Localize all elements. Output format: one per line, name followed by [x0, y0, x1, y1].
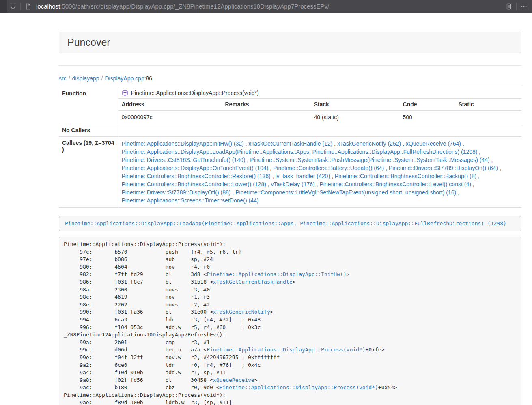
window-edge [0, 0, 7, 13]
symbol-link[interactable]: xTaskGetCurrentTaskHandle [213, 279, 293, 285]
callees-label: Callees (19, Σ=3704 ) [59, 137, 118, 208]
col-code: Code [400, 99, 455, 111]
callee-link[interactable]: Pinetime::Controllers::BrightnessControl… [319, 181, 471, 187]
page-title: Puncover [59, 32, 521, 53]
col-static: Static [455, 99, 522, 111]
callee-link[interactable]: lv_task_handler (420) [275, 173, 330, 179]
reader-mode-icon[interactable] [503, 2, 515, 11]
callees-list: Pinetime::Applications::DisplayApp::Init… [118, 137, 521, 208]
callee-separator: , [476, 173, 480, 179]
callee-separator: , [315, 181, 320, 187]
url-path: :5000/path/src/displayapp/DisplayApp.cpp… [60, 3, 329, 10]
code-value: 500 [400, 110, 455, 124]
callee-link[interactable]: Pinetime::Applications::DisplayApp::OnTo… [122, 165, 269, 171]
function-label: Function [59, 87, 118, 124]
function-title: Pinetime::Applications::DisplayApp::Proc… [118, 87, 522, 98]
breadcrumb-displayapp-link[interactable]: displayapp [72, 75, 99, 82]
callee-link[interactable]: Pinetime::Applications::Screens::Timer::… [122, 197, 259, 204]
symbol-link[interactable]: Pinetime::Applications::DisplayApp::Proc… [220, 384, 378, 390]
callee-separator: , [332, 140, 337, 147]
breadcrumb-separator: / [101, 75, 103, 82]
static-value [455, 110, 522, 124]
url-input[interactable]: localhost:5000/path/src/displayapp/Displ… [36, 3, 503, 10]
callee-separator: , [498, 165, 501, 171]
page-identity-icon[interactable] [22, 2, 34, 11]
callee-separator: , [461, 140, 464, 147]
callee-separator: , [477, 149, 480, 155]
callee-link[interactable]: xTaskGenericNotify (252) [337, 140, 401, 147]
toolbar-divider [516, 3, 517, 10]
address-value: 0x0000097c [118, 110, 222, 124]
breadcrumb-separator: / [69, 75, 70, 82]
callee-separator: , [456, 189, 459, 196]
app-title-text: Puncover [67, 37, 110, 48]
stack-value: 40 (static) [311, 110, 400, 124]
callee-link[interactable]: Pinetime::Applications::DisplayApp::Load… [122, 149, 478, 155]
stats-header-row: Address Remarks Stack Code Static [118, 99, 522, 111]
callee-separator: , [471, 181, 474, 187]
function-info-table: Function Pinetime::Applications::Display… [59, 87, 521, 208]
url-host: localhost [36, 3, 60, 10]
shield-icon[interactable] [7, 2, 19, 11]
divider [59, 65, 521, 66]
toolbar-divider [20, 3, 21, 10]
callee-link[interactable]: Pinetime::System::SystemTask::PushMessag… [250, 157, 490, 163]
breadcrumb-src-link[interactable]: src [59, 75, 67, 82]
disassembly-block: Pinetime::Applications::DisplayApp::Proc… [59, 237, 521, 405]
no-callers-value [118, 124, 521, 137]
symbol-link[interactable]: xTaskGenericNotify [213, 309, 270, 315]
no-callers-label: No Callers [59, 124, 118, 137]
col-remarks: Remarks [222, 99, 311, 111]
callee-separator: , [271, 173, 276, 179]
callee-link[interactable]: Pinetime::Controllers::BrightnessControl… [122, 173, 271, 179]
callee-link[interactable]: xTaskGetCurrentTaskHandle (12) [248, 140, 332, 147]
page-container: Puncover src/displayapp/DisplayApp.cpp:8… [59, 32, 521, 405]
symbol-link[interactable]: Pinetime::Applications::DisplayApp::Proc… [207, 347, 365, 353]
callee-link[interactable]: Pinetime::Drivers::Cst816S::GetTouchInfo… [122, 157, 246, 163]
browser-address-bar[interactable]: localhost:5000/path/src/displayapp/Displ… [0, 0, 532, 13]
menu-ellipsis-icon[interactable] [518, 2, 530, 11]
no-callers-row: No Callers [59, 124, 521, 137]
callee-separator: , [244, 140, 249, 147]
symbol-link[interactable]: xQueueReceive [213, 377, 254, 383]
callee-link[interactable]: Pinetime::Controllers::BrightnessControl… [335, 173, 476, 179]
callee-separator: , [246, 157, 250, 163]
callee-link[interactable]: Pinetime::Controllers::Battery::Update()… [273, 165, 384, 171]
stats-value-row: 0x0000097c 40 (static) 500 [118, 110, 522, 124]
callee-separator: , [268, 165, 273, 171]
callee-separator: , [330, 173, 335, 179]
callee-link[interactable]: xQueueReceive (764) [406, 140, 461, 147]
callee-separator: , [490, 157, 493, 163]
remarks-value [222, 110, 311, 124]
callee-separator: , [384, 165, 389, 171]
callees-row: Callees (19, Σ=3704 ) Pinetime::Applicat… [59, 137, 521, 208]
symbol-link[interactable]: Pinetime::Applications::DisplayApp::Init… [207, 271, 346, 277]
breadcrumb-line-number: :86 [144, 75, 152, 82]
callee-link[interactable]: vTaskDelay (176) [271, 181, 315, 187]
callee-link[interactable]: Pinetime::Drivers::St7789::DisplayOn() (… [389, 165, 498, 171]
cube-symbol-icon [122, 90, 128, 96]
callee-separator: , [266, 181, 271, 187]
breadcrumb: src/displayapp/DisplayApp.cpp:86 [59, 75, 521, 82]
col-stack: Stack [311, 99, 400, 111]
callee-link[interactable]: Pinetime::Applications::DisplayApp::Init… [122, 140, 244, 147]
function-stats-table: Address Remarks Stack Code Static 0x0000… [118, 98, 522, 124]
function-row: Function Pinetime::Applications::Display… [59, 87, 521, 124]
callee-link[interactable]: Pinetime::Components::LittleVgl::SetNewT… [235, 189, 456, 196]
col-address: Address [118, 99, 222, 111]
callee-separator: , [401, 140, 406, 147]
breadcrumb-file-link[interactable]: DisplayApp.cpp [105, 75, 144, 82]
function-name: Pinetime::Applications::DisplayApp::Proc… [131, 90, 259, 96]
callee-link[interactable]: Pinetime::Drivers::St7789::DisplayOff() … [122, 189, 231, 196]
loadapp-link[interactable]: Pinetime::Applications::DisplayApp::Load… [65, 220, 506, 226]
callee-separator: , [230, 189, 235, 196]
callee-link[interactable]: Pinetime::Controllers::BrightnessControl… [122, 181, 266, 187]
highlighted-callee-panel: Pinetime::Applications::DisplayApp::Load… [59, 216, 521, 231]
